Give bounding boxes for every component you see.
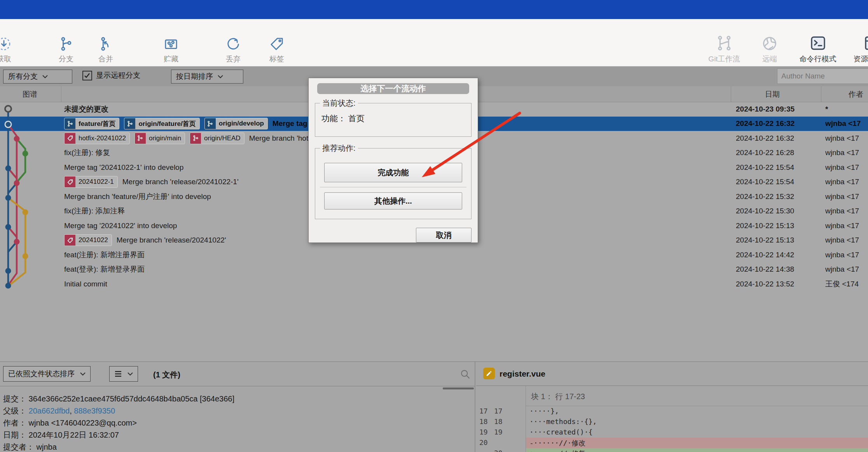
search-icon[interactable] xyxy=(460,369,471,380)
commit-author: wjnba <17 xyxy=(825,119,867,128)
view-mode-dropdown[interactable] xyxy=(109,366,138,382)
commit-message: fix(注册): 修复 xyxy=(64,148,110,158)
commit-detail-line: 作者： wjnba <1746040223@qq.com> xyxy=(3,417,234,429)
commit-message: Merge tag '20241022-1' into develop xyxy=(64,163,183,172)
chevron-down-icon xyxy=(127,372,133,376)
file-count: (1 文件) xyxy=(153,370,180,380)
other-actions-button[interactable]: 其他操作... xyxy=(324,192,462,209)
dialog-title: 选择下一个流动作 xyxy=(317,83,469,94)
sort-order-label: 按日期排序 xyxy=(176,72,213,82)
branch-filter-dropdown[interactable]: 所有分支 xyxy=(3,70,72,84)
commit-message: feat(登录): 新增登录界面 xyxy=(64,264,145,274)
cancel-button[interactable]: 取消 xyxy=(416,228,472,243)
diff-file-name[interactable]: register.vue xyxy=(499,369,545,379)
tag-badge[interactable]: 20241022 xyxy=(64,234,112,246)
commit-row[interactable]: Initial commit2024-10-22 13:52王俊 <174 xyxy=(0,277,868,291)
window-title-bar xyxy=(0,0,868,19)
commit-date: 2024-10-22 14:38 xyxy=(736,265,819,274)
commit-author: wjnba <17 xyxy=(825,207,867,215)
old-line-number: 17 xyxy=(479,407,488,415)
modified-file-icon xyxy=(483,368,495,379)
new-line-number: 17 xyxy=(494,407,503,415)
detail-label: 提交： xyxy=(3,394,29,403)
branch-badge[interactable]: origin/HEAD xyxy=(190,133,245,144)
commit-author: wjnba <17 xyxy=(825,265,867,274)
horizontal-scrollbar-thumb[interactable] xyxy=(443,387,474,389)
diff-panel: register.vue 块 1： 行 17-23 1717·····},181… xyxy=(476,362,868,452)
new-line-number: 18 xyxy=(494,417,503,426)
branch-badge[interactable]: feature/首页 xyxy=(64,118,119,129)
list-view-icon xyxy=(114,370,122,377)
toolbar-button-terminal[interactable]: 命令行模式 xyxy=(800,24,837,64)
commit-date: 2024-10-22 15:54 xyxy=(736,163,819,172)
sort-order-dropdown[interactable]: 按日期排序 xyxy=(171,70,243,84)
toolbar-button-explorer[interactable]: 资源管理器 xyxy=(854,24,868,64)
branch-badge[interactable]: origin/develop xyxy=(204,118,268,129)
detail-label: 作者： xyxy=(3,419,29,427)
branch-icon xyxy=(124,118,135,129)
main-toolbar: 获取分支合并贮藏丢弃标签Git工作流远端命令行模式资源管理器 xyxy=(0,19,868,66)
current-state-value: 功能： 首页 xyxy=(318,109,468,133)
file-sort-dropdown[interactable]: 已依照文件状态排序 xyxy=(3,366,91,382)
tag-badge[interactable]: 20241022-1 xyxy=(64,176,118,188)
column-header-date[interactable]: 日期 xyxy=(765,89,780,99)
detail-value: wjnba xyxy=(37,443,57,451)
discard-icon xyxy=(225,24,241,54)
bottom-section: 已依照文件状态排序 (1 文件) 提交： 364e366c252e1caee47… xyxy=(0,361,868,452)
column-divider xyxy=(731,86,731,102)
merge-icon xyxy=(98,24,114,54)
globe-icon xyxy=(761,24,778,54)
toolbar-button-branch[interactable]: 分支 xyxy=(58,24,74,64)
column-divider xyxy=(61,86,61,102)
diff-line-ctx: 1717·····}, xyxy=(476,406,868,417)
commit-date: 2024-10-22 15:54 xyxy=(736,178,819,186)
commit-detail-line: 提交： 364e366c252e1caee475f6d57ddc4648b4ba… xyxy=(3,393,234,405)
show-remote-branches-checkbox[interactable]: 显示远程分支 xyxy=(82,70,140,80)
diff-code: -······//·修改 xyxy=(529,438,585,448)
toolbar-button-tag[interactable]: 标签 xyxy=(269,24,285,64)
commit-date: 2024-10-22 14:42 xyxy=(736,251,819,259)
gitflow-next-action-dialog: 选择下一个流动作 当前状态: 功能： 首页 推荐动作: 完成功能 其他操作...… xyxy=(308,78,478,243)
toolbar-button-discard[interactable]: 丢弃 xyxy=(225,24,241,64)
parent-commit-link[interactable]: 888e3f9350 xyxy=(74,407,115,415)
fetch-icon xyxy=(0,24,12,54)
branch-icon xyxy=(135,133,146,144)
commit-author: wjnba <17 xyxy=(825,148,867,157)
branch-badge[interactable]: origin/main xyxy=(134,133,185,144)
commit-date: 2024-10-22 16:32 xyxy=(736,134,819,143)
diff-line-del: 20-······//·修改 xyxy=(476,438,868,448)
file-sort-label: 已依照文件状态排序 xyxy=(8,369,75,379)
commit-message: 未提交的更改 xyxy=(64,104,108,114)
toolbar-button-fetch[interactable]: 获取 xyxy=(0,24,12,64)
column-header-graph[interactable]: 图谱 xyxy=(23,89,37,99)
toolbar-button-gitflow[interactable]: Git工作流 xyxy=(708,24,740,64)
column-header-author[interactable]: 作者 xyxy=(849,89,863,99)
detail-label: 父级： xyxy=(3,407,29,415)
commit-author: 王俊 <174 xyxy=(825,279,867,289)
hunk-header-label: 块 1： 行 17-23 xyxy=(531,391,585,402)
old-line-number: 19 xyxy=(479,428,488,436)
commit-date: 2024-10-22 16:32 xyxy=(736,119,819,128)
commit-author: wjnba <17 xyxy=(825,222,867,230)
terminal-icon xyxy=(800,24,837,54)
old-line-number: 18 xyxy=(479,417,488,426)
finish-feature-button[interactable]: 完成功能 xyxy=(324,163,462,182)
parent-commit-link[interactable]: 20a662dfbd xyxy=(29,407,70,415)
divider xyxy=(0,386,475,386)
toolbar-button-remote[interactable]: 远端 xyxy=(761,24,778,64)
author-name-search-input[interactable] xyxy=(777,68,868,84)
tag-badge[interactable]: hotfix-20241022 xyxy=(64,133,130,144)
detail-label: 提交者： xyxy=(3,443,37,451)
commit-row[interactable]: feat(注册): 新增注册界面2024-10-22 14:42wjnba <1… xyxy=(0,248,868,262)
diff-line-ctx: 1818····methods:·{}, xyxy=(476,417,868,427)
commit-message: Initial commit xyxy=(64,280,107,288)
branch-badge[interactable]: origin/feature/首页 xyxy=(124,118,199,129)
show-remote-branches-label: 显示远程分支 xyxy=(96,70,140,80)
toolbar-button-stash[interactable]: 贮藏 xyxy=(163,24,179,64)
commit-date: 2024-10-22 13:52 xyxy=(736,280,819,288)
toolbar-button-merge[interactable]: 合并 xyxy=(98,24,114,64)
branch-icon xyxy=(65,118,75,129)
file-status-panel: 已依照文件状态排序 (1 文件) 提交： 364e366c252e1caee47… xyxy=(0,362,475,452)
current-state-group: 当前状态: 功能： 首页 xyxy=(315,98,472,137)
commit-row[interactable]: feat(登录): 新增登录界面2024-10-22 14:38wjnba <1… xyxy=(0,262,868,277)
